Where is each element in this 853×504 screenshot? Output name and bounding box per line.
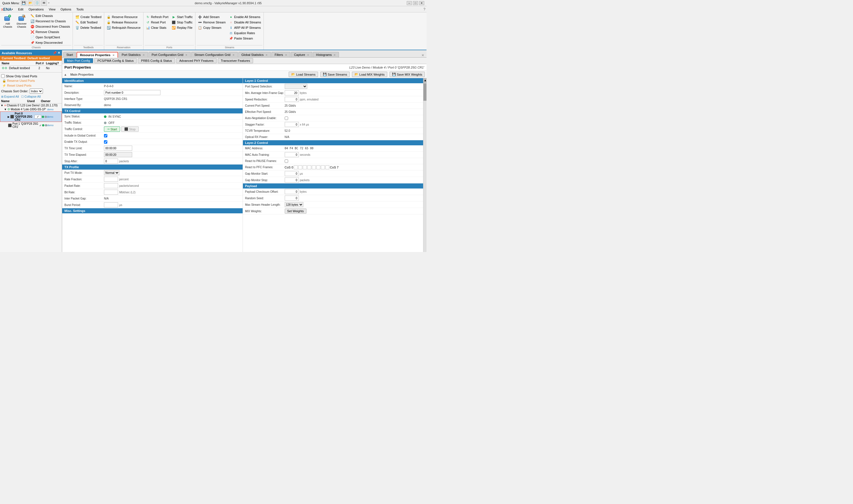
pfc-box-7[interactable] <box>325 165 329 169</box>
close-button[interactable]: ✕ <box>419 1 424 5</box>
reset-used-ports-button[interactable]: ⚡ Reset Used Ports <box>2 84 31 88</box>
show-used-ports-checkbox[interactable] <box>1 74 5 78</box>
prop-random-seed-input[interactable] <box>285 196 299 201</box>
minimize-button[interactable]: ─ <box>407 1 412 5</box>
quick-btn-4[interactable]: ✉ <box>41 1 47 6</box>
prop-rate-fraction-input[interactable] <box>104 177 118 182</box>
react-pause-checkbox[interactable] <box>285 159 288 163</box>
scroll-bar-vertical[interactable]: ▲ <box>423 78 426 252</box>
tab-capture[interactable]: Capture ✕ <box>291 52 312 57</box>
pfc-box-5[interactable] <box>316 165 320 169</box>
stop-traffic-button[interactable]: ⬛ Stop Traffic <box>170 20 194 25</box>
tree-item-module[interactable]: ▼ ⚙ Module 4 'Loki-100G-5S-1P' demo <box>0 107 62 111</box>
prop-port-speed-select[interactable] <box>285 84 307 89</box>
prop-payload-checksum-input[interactable] <box>285 189 299 194</box>
prop-gap-start-input[interactable] <box>285 171 299 176</box>
help-icon[interactable]: ? <box>423 7 425 11</box>
prop-tx-limit-input[interactable] <box>104 146 132 151</box>
tab-stream-config-close[interactable]: ✕ <box>232 54 235 56</box>
delete-testbed-button[interactable]: 🗑️ Delete Testbed <box>74 25 103 30</box>
tab-filters[interactable]: Filters ✕ <box>272 52 290 57</box>
disconnect-chassis-button[interactable]: ⛔ Disconnect from Chassis <box>29 24 71 29</box>
load-mix-button[interactable]: 📂 Load MIX Weights <box>352 72 387 77</box>
keep-disconnected-button[interactable]: 📌 Keep Disconnected <box>29 40 71 45</box>
prop-packet-rate-input[interactable] <box>104 183 118 188</box>
menu-edit[interactable]: Edit <box>16 7 26 12</box>
prop-burst-period-input[interactable] <box>104 202 118 208</box>
menu-view[interactable]: View <box>47 7 58 12</box>
pfc-box-0[interactable] <box>294 165 298 169</box>
menu-tools[interactable]: Tools <box>74 7 86 12</box>
prop-stop-after-input[interactable] <box>104 159 118 164</box>
sub-tab-prbs[interactable]: PRBS Config & Status <box>138 58 175 63</box>
scroll-up-arrow[interactable]: ▲ <box>423 78 426 84</box>
prop-desc-input[interactable] <box>104 90 160 95</box>
traffic-start-button[interactable]: ⇒ Start <box>104 126 120 132</box>
open-script-button[interactable]: 📄 Open ScriptClient <box>29 35 71 40</box>
sub-tab-main-port-config[interactable]: Main Port Config <box>64 58 93 63</box>
quick-btn-3[interactable]: 💿 <box>34 1 40 6</box>
tab-start[interactable]: Start <box>63 52 76 57</box>
tab-histograms-close[interactable]: ✕ <box>334 54 336 56</box>
remove-stream-button[interactable]: ➖ Remove Stream <box>196 20 227 25</box>
tab-port-statistics[interactable]: Port Statistics ✕ <box>119 52 148 57</box>
enable-all-streams-button[interactable]: ● Enable All Streams <box>228 14 262 19</box>
edit-chassis-button[interactable]: ✏️ Edit Chassis <box>29 13 71 18</box>
discover-chassis-button[interactable]: 🔍 Discover Chassis <box>15 13 29 30</box>
sub-tab-transceiver[interactable]: Transceiver Features <box>218 58 254 63</box>
pfc-box-2[interactable] <box>303 165 307 169</box>
auto-neg-checkbox[interactable] <box>285 116 288 120</box>
restore-button[interactable]: □ <box>413 1 418 5</box>
tree-item-port0[interactable]: ▶ ⬛ Port 0 'QSFP28 25G CR1' ✓ demo <box>0 111 62 122</box>
pfc-box-1[interactable] <box>298 165 302 169</box>
save-streams-button[interactable]: 💾 Save Streams <box>320 72 350 77</box>
pfc-box-4[interactable] <box>312 165 316 169</box>
copy-stream-button[interactable]: 📋 Copy Stream <box>196 25 227 30</box>
tree-item-port1[interactable]: ⬛ Port 1 'QSFP28 25G CR1' ✓ demo <box>0 122 62 129</box>
prop-gap-stop-input[interactable] <box>285 178 299 183</box>
collapse-all-button[interactable]: ☐ Collapse All <box>21 95 41 98</box>
tab-histograms[interactable]: Histograms ✕ <box>313 52 339 57</box>
tab-filters-close[interactable]: ✕ <box>285 54 287 56</box>
include-global-checkbox[interactable] <box>104 134 107 138</box>
refresh-port-button[interactable]: ↻ Refresh Port <box>145 14 170 19</box>
prop-bit-rate-input[interactable] <box>104 190 118 195</box>
panel-pin-icon[interactable]: 📌 ✕ <box>53 51 60 55</box>
set-weights-button[interactable]: Set Weights <box>285 209 307 214</box>
tab-resource-properties[interactable]: Resource Properties ✕ <box>76 52 118 58</box>
prop-mac-auto-input[interactable] <box>285 152 299 157</box>
prop-port-tx-mode-select[interactable]: Normal <box>104 170 120 175</box>
tab-stream-config-grid[interactable]: Stream Configuration Grid ✕ <box>191 52 238 57</box>
scroll-thumb[interactable] <box>423 84 426 101</box>
tab-port-config-grid[interactable]: Port Configuration Grid ✕ <box>149 52 191 57</box>
prop-max-stream-select[interactable]: 128 bytes <box>285 202 303 207</box>
traffic-stop-button[interactable]: ⬛ Stop <box>121 126 139 132</box>
collapse-btn[interactable]: ▲ <box>64 73 67 76</box>
paste-stream-button[interactable]: 📌 Paste Stream <box>228 36 262 41</box>
add-stream-button[interactable]: ➕ Add Stream <box>196 14 227 19</box>
load-streams-button[interactable]: 📂 Load Streams <box>289 72 318 77</box>
menu-options[interactable]: Options <box>58 7 73 12</box>
equalize-rates-button[interactable]: ⚖ Equalize Rates <box>228 31 262 36</box>
prop-speed-reduction-input[interactable] <box>285 97 299 102</box>
reset-port-button[interactable]: ↺ Reset Port <box>145 20 170 25</box>
create-testbed-button[interactable]: 🗂️ Create Testbed <box>74 14 103 19</box>
quick-btn-1[interactable]: 💾 <box>21 1 27 6</box>
tab-global-stats-close[interactable]: ✕ <box>265 54 268 56</box>
tab-capture-close[interactable]: ✕ <box>307 54 309 56</box>
arp-all-button[interactable]: ℹ ARP All IP Streams <box>228 25 262 30</box>
add-chassis-button[interactable]: + Add Chassis <box>1 13 14 30</box>
start-traffic-button[interactable]: ▶ Start Traffic <box>170 14 194 19</box>
quick-btn-2[interactable]: 📂 <box>28 1 33 6</box>
remove-chassis-button[interactable]: ❌ Remove Chassis <box>29 29 71 34</box>
edit-testbed-button[interactable]: ✏️ Edit Testbed <box>74 20 103 25</box>
enable-tx-checkbox[interactable] <box>104 140 107 144</box>
pfc-box-6[interactable] <box>321 165 325 169</box>
sort-order-select[interactable]: Index <box>30 89 43 94</box>
relinquish-resource-button[interactable]: ↩️ Relinquish Resource <box>105 25 142 30</box>
tab-port-config-close[interactable]: ✕ <box>185 54 188 56</box>
save-mix-button[interactable]: 💾 Save MIX Weights <box>389 72 425 77</box>
menu-operations[interactable]: Operations <box>26 7 46 12</box>
prop-min-ifg-input[interactable] <box>285 90 299 95</box>
tree-item-chassis[interactable]: ▼ ✕ Chassis 0 'L23 Live Demo' (10.20.1.1… <box>0 104 62 107</box>
